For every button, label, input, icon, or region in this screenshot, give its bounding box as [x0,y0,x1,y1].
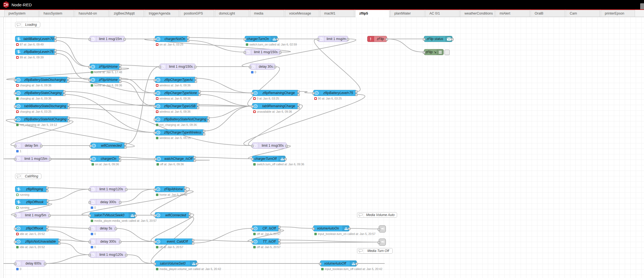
output-port-0[interactable] [134,214,137,217]
output-port-0[interactable] [355,263,358,265]
input-port[interactable] [244,51,246,54]
input-port[interactable] [154,92,156,95]
input-port[interactable] [89,228,91,230]
input-port[interactable] [244,38,246,41]
tab-triggeragenda[interactable]: triggerAgenda [145,10,179,17]
output-port-0[interactable] [67,77,69,80]
tab-mialert[interactable]: miAlert [495,10,530,17]
node-tab9batterylevel-70[interactable]: tab9BatteryLevel<70 [15,36,56,42]
output-port-1[interactable] [195,80,197,83]
output-port-1[interactable] [58,242,61,245]
output-port-1[interactable] [46,190,49,192]
tab-media[interactable]: media [250,10,284,17]
output-port-0[interactable] [48,214,51,217]
output-port-0[interactable] [119,64,121,67]
tab-zflip5[interactable]: zflip5 [355,10,389,17]
output-port-1[interactable] [297,107,300,109]
output-port-1[interactable] [198,93,201,96]
node-zflip[interactable]: !zFlip [367,36,387,42]
node-delay-600s[interactable]: delay 600s [15,260,45,266]
input-port[interactable] [14,158,16,160]
node-zflipbatterylevel-75[interactable]: zflipBatteryLevel<75 [15,49,56,55]
output-port-1[interactable] [46,229,49,231]
output-port-0[interactable] [284,158,287,160]
input-port[interactable] [378,228,380,231]
input-port[interactable] [14,118,16,121]
tab-printerepson[interactable]: printerEpson [601,10,635,17]
output-port-1[interactable] [297,93,300,96]
node-delay-5m[interactable]: delay 5m [15,143,41,149]
output-port-1[interactable] [124,146,127,149]
output-port-0[interactable] [193,156,196,159]
tab-domolight[interactable]: domoLight [215,10,249,17]
output-port-0[interactable] [278,239,281,242]
input-port[interactable] [251,228,253,230]
node-delay-30s[interactable]: delay 30s [250,64,275,70]
output-port-1[interactable] [67,80,69,83]
output-port-0[interactable] [386,38,388,41]
output-port-0[interactable] [115,228,117,230]
output-port-0[interactable] [207,117,210,119]
output-port-1[interactable] [207,120,210,122]
node-media-volume-auto[interactable]: Media Volume Auto [357,212,397,218]
output-port-1[interactable] [119,80,121,83]
output-port-0[interactable] [187,36,189,39]
output-port-0[interactable] [124,143,127,146]
node-limit-1-msg-15m[interactable]: limit 1 msg/15m [15,156,50,162]
input-port[interactable] [154,263,156,265]
node-chargeron[interactable]: ichargerOn [90,156,120,162]
output-port-1[interactable] [278,229,281,231]
node-zflipathome[interactable]: izFlipAtHome [90,77,120,83]
output-port-0[interactable] [67,104,70,106]
output-port-1[interactable] [119,67,121,70]
output-port-0[interactable] [276,38,279,41]
input-port[interactable] [423,51,425,54]
input-port[interactable] [89,254,91,256]
input-port[interactable] [251,158,253,160]
node-delay-5s[interactable]: delay 5s [90,225,116,231]
output-port-0[interactable] [347,38,349,41]
input-port[interactable] [89,188,91,191]
output-port-0[interactable] [348,228,351,230]
output-port-1[interactable] [67,120,70,122]
node-zflipbatterystatenotcharging[interactable]: izflipBatteryStateNotCharging [155,116,209,122]
output-port-0[interactable] [54,49,57,52]
node-wificonnected[interactable]: iwifiConnected [90,143,126,149]
node-zflipchargertypeusb[interactable]: izflipChargerTypeUSB [155,103,198,109]
node-zflipringing[interactable]: zflipRinging [15,186,47,192]
output-port-0[interactable] [49,158,51,160]
output-port-1[interactable] [197,107,199,109]
input-port[interactable] [154,188,156,191]
output-port-0[interactable] [47,200,49,202]
input-port[interactable] [154,105,156,108]
output-port-1[interactable] [193,159,196,162]
node-zflipchargertypewireless[interactable]: izflipChargerTypeWireless [155,129,204,135]
node-chargerturnoff[interactable]: chargerTurnOff [252,156,286,162]
output-port-0[interactable] [297,104,300,106]
input-port[interactable] [317,38,319,41]
node-watchcharge-isoff[interactable]: iwatchCharge_IsOff [155,156,195,162]
node-cp-isoff[interactable]: iCP_IsOff [252,225,280,231]
input-port[interactable] [154,241,156,243]
tab-weatherconditions[interactable]: weatherConditions [460,10,495,17]
output-port-0[interactable] [123,38,126,41]
output-port-0[interactable] [197,104,199,106]
output-port-1[interactable] [47,203,49,205]
input-port[interactable] [319,263,321,265]
node-wificonnected[interactable]: iwifiConnected [155,212,190,218]
input-port[interactable] [312,92,315,95]
output-port-0[interactable] [195,77,197,80]
node-zflipchargertypenone[interactable]: izflipChargerTypeNone [155,90,200,96]
output-port-0[interactable] [189,213,191,215]
output-port-0[interactable] [198,90,201,93]
input-port[interactable] [154,79,156,81]
node-limit-1-msg-30s[interactable]: limit 1 msg/30s [252,143,287,149]
output-port-0[interactable] [279,51,281,54]
node-tab9batterystatedischarging[interactable]: itab9BatteryStateDischarging [15,103,69,109]
input-port[interactable] [89,241,91,243]
node-chargerturnon[interactable]: chargerTurnOn [245,36,278,42]
node-zflipisnotunavailable[interactable]: izflipIsNotUnavailable [15,239,59,245]
output-port-0[interactable] [125,254,127,256]
output-port-0[interactable] [203,130,205,132]
output-port-0[interactable] [451,38,454,41]
